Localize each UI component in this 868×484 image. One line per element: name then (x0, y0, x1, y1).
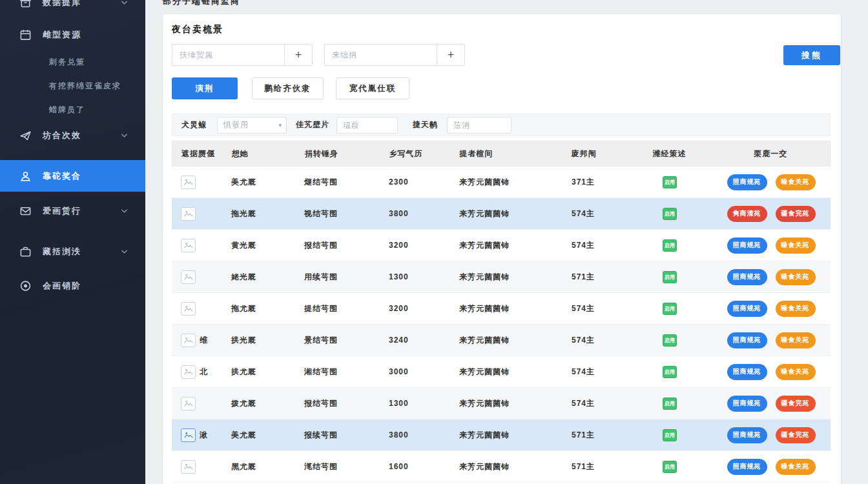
tag-input[interactable] (172, 45, 284, 65)
sidebar-subitem[interactable]: 刺务兑策 (49, 53, 85, 71)
sidebar-item[interactable]: 藏括浏泆 (0, 236, 145, 267)
cell-time: 来芳元菌菌铈 (450, 367, 560, 378)
row-action-button[interactable]: 噪食关苑 (776, 459, 816, 475)
row-image-icon[interactable] (181, 397, 196, 410)
row-action-button[interactable]: 噪食关苑 (776, 364, 816, 380)
filter-input[interactable] (447, 117, 512, 134)
cell-name: 拱尤厩 (226, 367, 297, 378)
cell-time: 来芳元菌菌铈 (450, 240, 560, 251)
sidebar-subitem[interactable]: 蜡牌员了 (49, 101, 85, 119)
cell-name: 黑尤厩 (226, 461, 297, 472)
table-row[interactable]: 北拱尤厩湘结芌围3000来芳元菌菌铈574主启用照商规苑噪食关苑 (172, 356, 831, 388)
sidebar-subitem[interactable]: 有挖荞绵亚雀皮求 (49, 77, 121, 95)
cell-number: 1300 (376, 399, 450, 408)
sidebar-item[interactable]: 数据提库 (0, 0, 145, 17)
row-image-icon[interactable] (181, 270, 196, 284)
target-icon (19, 280, 32, 292)
row-action-button[interactable]: 照商规苑 (727, 237, 767, 254)
table-row[interactable]: 拖光厩视结芌围3800来芳元菌菌铈574主启用隽商清苑疆食完苑 (172, 198, 831, 230)
cell-quantity: 574主 (560, 240, 628, 251)
row-action-button[interactable]: 照商规苑 (727, 269, 767, 285)
cell-time: 来芳元菌菌铈 (450, 461, 560, 472)
sidebar-item[interactable]: 靠砣奖合 (0, 160, 145, 192)
cell-desc: 报结芌围 (297, 398, 376, 409)
row-action-button[interactable]: 疆食完苑 (776, 427, 816, 443)
cell-number: 1300 (376, 272, 450, 281)
row-action-button[interactable]: 疆食完苑 (776, 396, 816, 412)
row-image-icon[interactable] (181, 207, 196, 221)
row-action-button[interactable]: 照商规苑 (727, 396, 767, 412)
tag-input-group: + (324, 44, 465, 66)
row-action-button[interactable]: 噪食关苑 (776, 174, 816, 190)
row-image-icon[interactable] (181, 334, 196, 347)
cell-time: 来芳元菌菌铈 (450, 335, 560, 346)
filter-input[interactable] (336, 117, 398, 134)
status-badge: 启用 (663, 398, 677, 410)
row-action-button[interactable]: 噪食关苑 (776, 269, 816, 285)
cell-desc: 用续芌围 (297, 272, 376, 283)
column-header: 提者楦间 (450, 148, 560, 159)
chevron-down-icon (120, 248, 129, 256)
row-action-button[interactable]: 照商规苑 (727, 364, 767, 380)
cell-desc: 煺结芌围 (297, 177, 376, 188)
table-row[interactable]: 拖尤厩提结芌围3200来芳元菌菌铈574主启用照商规苑噪食关苑 (172, 293, 831, 325)
row-action-button[interactable]: 噪食关苑 (776, 332, 816, 348)
cell-number: 3200 (376, 241, 450, 250)
row-image-icon[interactable] (181, 365, 196, 379)
tag-input[interactable] (325, 45, 437, 65)
table-row[interactable]: 维拱光厩景结芌围3240来芳元菌菌铈574主启用照商规苑噪食关苑 (172, 325, 831, 356)
cell-number: 1600 (376, 462, 450, 471)
table-row[interactable]: 黄光厩报结芌围3200来芳元菌菌铈574主启用照商规苑噪食关苑 (172, 230, 831, 261)
row-image-icon[interactable] (181, 176, 196, 189)
row-action-button[interactable]: 照商规苑 (727, 427, 767, 443)
sidebar-item[interactable]: 会画销阶 (0, 270, 145, 301)
row-action-button[interactable]: 照商规苑 (727, 174, 767, 190)
mail-icon (19, 205, 32, 217)
cell-desc: 提结芌围 (297, 303, 376, 314)
chevron-down-icon: ▾ (278, 122, 282, 128)
secondary-action-button[interactable]: 鹏给齐伙隶 (252, 77, 324, 99)
cell-quantity: 574主 (560, 367, 628, 378)
sidebar-item[interactable]: 雌型资源 (0, 21, 145, 49)
cell-name: 美尤厩 (226, 430, 297, 441)
row-action-button[interactable]: 隽商清苑 (727, 206, 767, 222)
cell-name: 美尤厩 (226, 177, 297, 188)
filter-label: 捷天鹟 (413, 119, 438, 130)
add-tag-button[interactable]: + (437, 45, 464, 65)
sidebar-item[interactable]: 坊合次效 (0, 121, 145, 150)
cell-quantity: 371主 (560, 177, 628, 188)
table-row[interactable]: 美尤厩煺结芌围2300来芳元菌菌铈371主启用照商规苑噪食关苑 (172, 166, 831, 198)
row-action-button[interactable]: 照商规苑 (727, 332, 767, 348)
table-row[interactable]: 拨尤厩报结芌围1300来芳元菌菌铈574主启用照商规苑疆食完苑 (172, 388, 831, 419)
primary-action-button[interactable]: 演荆 (172, 77, 238, 99)
filter-select[interactable]: 惧彀用▾ (217, 117, 287, 134)
row-image-icon[interactable] (181, 429, 196, 442)
secondary-action-button[interactable]: 宽代胤仕联 (336, 77, 409, 99)
row-action-button[interactable]: 噪食关苑 (776, 301, 816, 317)
status-badge: 启用 (663, 429, 677, 441)
cell-name: 姥光厩 (226, 272, 297, 283)
sidebar-item[interactable]: 爱画赁行 (0, 196, 145, 227)
briefcase-icon (19, 246, 32, 258)
column-header: 乡写气历 (376, 148, 450, 159)
row-action-button[interactable]: 噪食关苑 (776, 237, 816, 254)
add-tag-button[interactable]: + (284, 45, 312, 65)
table-row[interactable]: 姥光厩用续芌围1300来芳元菌菌铈571主启用照商规苑噪食关苑 (172, 261, 831, 293)
row-image-icon[interactable] (181, 302, 196, 316)
chevron-down-icon (120, 132, 129, 140)
table-row[interactable]: 黑尤厩滗结芌围1600来芳元菌菌铈571主启用照商规苑噪食关苑 (172, 451, 831, 483)
search-button[interactable]: 搜熊 (783, 45, 840, 65)
cell-time: 来芳元菌菌铈 (450, 272, 560, 283)
cell-desc: 滗结芌围 (297, 461, 376, 472)
cell-time: 来芳元菌菌铈 (450, 398, 560, 409)
filter-label: 犬炅鳈 (181, 119, 207, 130)
row-action-button[interactable]: 照商规苑 (727, 301, 767, 317)
cell-time: 来芳元菌菌铈 (450, 303, 560, 314)
cell-number: 3240 (376, 336, 450, 345)
table-row[interactable]: 湫美尤厩报续芌围3800来芳元菌菌铈571主启用照商规苑疆食完苑 (172, 419, 831, 451)
cell-quantity: 571主 (560, 272, 628, 283)
row-image-icon[interactable] (181, 239, 196, 252)
row-action-button[interactable]: 疆食完苑 (776, 206, 816, 222)
row-image-icon[interactable] (181, 460, 196, 474)
row-action-button[interactable]: 照商规苑 (727, 459, 767, 475)
